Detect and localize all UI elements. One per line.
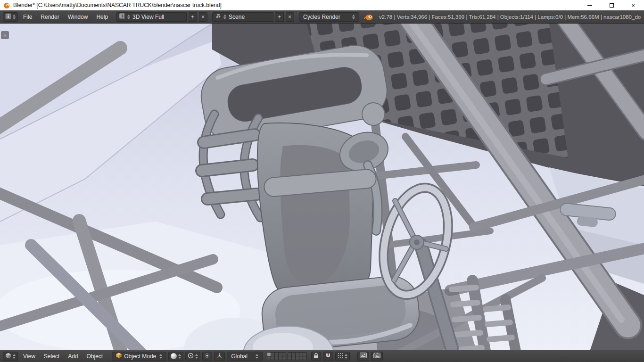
menu-help[interactable]: Help [93, 14, 111, 20]
orientation-value: Global [231, 353, 248, 360]
blender-window: Blender* [C:\Users\matty\Documents\NASCA… [0, 0, 644, 362]
layers-widget[interactable] [267, 352, 307, 360]
blender-app-icon [3, 1, 10, 9]
lock-to-scene-toggle[interactable] [311, 352, 321, 361]
render-engine-value: Cycles Render [303, 14, 340, 20]
info-editor-type-button[interactable] [3, 12, 18, 22]
dropdown-arrows-icon [127, 15, 130, 19]
render-engine-selector[interactable]: Cycles Render [299, 12, 359, 22]
manipulator-toggle[interactable] [214, 352, 225, 361]
dropdown-arrows-icon [195, 354, 198, 359]
pivot-icon [188, 353, 194, 360]
dropdown-arrows-icon [345, 354, 347, 359]
transform-orientation-selector[interactable]: Global [227, 352, 263, 361]
scene-selector[interactable]: Scene [212, 12, 273, 22]
minimize-button[interactable] [579, 0, 601, 10]
close-button[interactable]: × [622, 0, 644, 10]
layers-group-2[interactable] [288, 352, 307, 360]
shading-sphere-icon [171, 353, 177, 359]
magnet-icon [325, 353, 331, 360]
screen-layout-icon [119, 13, 125, 20]
info-editor-icon [5, 13, 11, 21]
menu-window[interactable]: Window [65, 14, 91, 20]
snap-element-selector[interactable] [335, 352, 350, 361]
layers-group-1[interactable] [267, 352, 286, 360]
toolshelf-open-tab[interactable]: + [1, 31, 9, 39]
window-controls: × [579, 0, 644, 10]
render-anim-icon [373, 353, 380, 360]
pivot-align-icon [205, 353, 210, 360]
dropdown-arrows-icon [159, 354, 162, 359]
dropdown-arrows-icon [223, 15, 226, 19]
titlebar: Blender* [C:\Users\matty\Documents\NASCA… [0, 0, 644, 10]
screen-layout-add-button[interactable]: + [189, 12, 197, 22]
blender-logo [364, 13, 373, 21]
screen-layout-selector[interactable]: 3D View Full [116, 12, 187, 22]
dropdown-arrows-icon [352, 15, 355, 19]
info-header: File Render Window Help 3D View Full + ×… [0, 10, 644, 24]
mode-value: Object Mode [124, 353, 156, 360]
menu-file[interactable]: File [20, 14, 35, 20]
minimize-icon [587, 5, 592, 6]
viewport-shading-selector[interactable] [168, 352, 183, 361]
menu-view[interactable]: View [20, 353, 39, 360]
lock-icon [314, 353, 319, 360]
viewport-scene [0, 24, 644, 350]
maximize-button[interactable] [601, 0, 622, 10]
window-title: Blender* [C:\Users\matty\Documents\NASCA… [13, 2, 222, 8]
snap-increment-icon [338, 353, 343, 360]
dropdown-arrows-icon [13, 15, 16, 19]
manipulator-axis-icon [216, 353, 223, 360]
render-still-icon [360, 353, 367, 360]
pivot-point-selector[interactable] [185, 352, 200, 361]
menu-select[interactable]: Select [41, 353, 63, 360]
dropdown-arrows-icon [256, 354, 258, 359]
view3d-editor-type-button[interactable] [3, 352, 18, 361]
opengl-render-anim-button[interactable] [371, 352, 383, 361]
3d-viewport[interactable]: + [0, 24, 644, 350]
menu-object[interactable]: Object [83, 353, 107, 360]
scene-add-button[interactable]: + [275, 12, 284, 22]
view3d-header: View Select Add Object Object Mode Globa… [0, 350, 644, 362]
screen-layout-delete-button[interactable]: × [199, 12, 207, 22]
screen-layout-value: 3D View Full [132, 14, 164, 20]
pivot-align-toggle[interactable] [202, 352, 212, 361]
scene-statistics: v2.78 | Verts:34,966 | Faces:51,399 | Tr… [379, 14, 641, 20]
maximize-icon [610, 3, 614, 8]
opengl-render-still-button[interactable] [357, 352, 369, 361]
menu-render[interactable]: Render [37, 14, 62, 20]
object-mode-icon [116, 353, 122, 360]
scene-value: Scene [229, 14, 245, 20]
dropdown-arrows-icon [178, 354, 181, 359]
snap-toggle[interactable] [323, 352, 333, 361]
dropdown-arrows-icon [13, 354, 16, 359]
view3d-editor-icon [5, 353, 11, 360]
menu-add[interactable]: Add [65, 353, 81, 360]
scene-icon [215, 13, 221, 20]
mode-selector[interactable]: Object Mode [112, 352, 166, 361]
scene-delete-button[interactable]: × [286, 12, 294, 22]
